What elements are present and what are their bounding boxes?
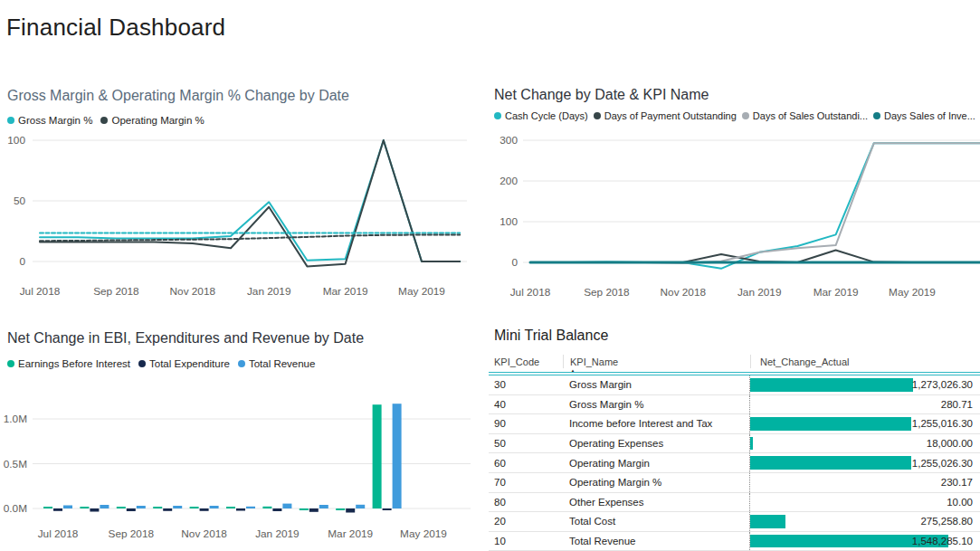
data-bar [750,515,785,528]
svg-text:May 2019: May 2019 [889,286,936,299]
net-change-cell: 230.17 [749,473,980,492]
net-change-value: 10.00 [947,497,973,508]
data-bar [750,456,911,470]
svg-text:1.0M: 1.0M [4,413,27,425]
kpi-code-cell: 30 [489,379,563,390]
net-change-value: 1,255,026.30 [912,458,973,469]
svg-text:50: 50 [14,195,26,207]
legend-label: Operating Margin % [111,115,204,126]
table-header-row: KPI_Code KPI_Name▲ Net_Change_Actual [489,352,980,371]
net-change-cell: 1,548,285.10 [749,532,980,551]
svg-text:Sep 2018: Sep 2018 [109,527,155,540]
chart-title-ebi-exp-rev: Net Change in EBI, Expenditures and Reve… [7,330,364,347]
kpi-code-cell: 60 [489,458,563,469]
data-bar [750,378,913,392]
svg-text:May 2019: May 2019 [400,527,447,540]
net-change-value: 275,258.80 [920,516,973,527]
svg-text:Mar 2019: Mar 2019 [328,527,373,540]
table-title: Mini Trial Balance [494,328,608,344]
net-change-kpi-line-chart[interactable]: 0100200300Jul 2018Sep 2018Nov 2018Jan 20… [489,127,980,312]
table-body: 30Gross Margin1,273,026.3040Gross Margin… [489,375,980,551]
table-row[interactable]: 90Income before Interest and Tax1,255,01… [489,414,980,434]
legend-label: Days of Sales Outstandi... [753,110,868,121]
net-change-cell: 280.71 [749,395,980,414]
table-row[interactable]: 70Operating Margin %230.17 [489,473,980,493]
legend-label: Days of Payment Outstanding [604,110,737,121]
svg-text:Sep 2018: Sep 2018 [584,286,630,299]
svg-text:0: 0 [511,256,518,269]
kpi-name-cell: Total Revenue [563,536,749,546]
chart-title-net-change-kpi: Net Change by Date & KPI Name [494,87,709,103]
table-row[interactable]: 60Operating Margin1,255,026.30 [489,453,980,473]
legend-margin-pct: Gross Margin %Operating Margin % [7,115,205,126]
table-row[interactable]: 40Gross Margin %280.71 [489,395,980,415]
svg-text:Jan 2019: Jan 2019 [247,285,291,298]
legend-item[interactable]: Total Revenue [238,358,316,369]
kpi-code-cell: 40 [489,399,563,410]
legend-label: Cash Cycle (Days) [505,110,588,121]
legend-dot-icon [742,112,749,119]
net-change-cell: 18,000.00 [749,434,980,453]
legend-ebi-exp-rev: Earnings Before InterestTotal Expenditur… [7,358,315,369]
net-change-value: 1,273,026.30 [912,379,973,390]
legend-label: Total Expenditure [149,358,230,369]
column-header-kpi-name[interactable]: KPI_Name▲ [564,355,751,368]
kpi-code-cell: 90 [489,418,563,429]
net-change-cell: 1,255,016.30 [749,414,980,433]
svg-text:Sep 2018: Sep 2018 [93,285,139,298]
kpi-name-cell: Other Expenses [563,497,749,508]
svg-text:0: 0 [19,255,25,268]
kpi-name-cell: Operating Expenses [563,438,749,449]
column-header-net-change-actual[interactable]: Net_Change_Actual [751,355,980,368]
table-row[interactable]: 10Total Revenue1,548,285.10 [489,532,980,551]
kpi-code-cell: 50 [489,438,563,449]
svg-text:100: 100 [7,134,25,147]
chart-title-margin-pct: Gross Margin & Operating Margin % Change… [7,88,349,104]
legend-item[interactable]: Earnings Before Interest [7,358,130,369]
data-bar [750,417,911,431]
legend-item[interactable]: Cash Cycle (Days) [494,110,588,121]
svg-text:Mar 2019: Mar 2019 [323,285,368,298]
kpi-code-cell: 10 [489,536,563,546]
svg-text:100: 100 [500,215,518,228]
svg-text:0.0M: 0.0M [4,502,27,515]
page-title: Financial Dashboard [6,14,225,42]
svg-text:May 2019: May 2019 [398,285,445,298]
svg-text:Mar 2019: Mar 2019 [813,286,859,299]
kpi-code-cell: 80 [489,497,563,508]
svg-text:0.5M: 0.5M [4,458,27,470]
gross-operating-margin-line-chart[interactable]: 050100Jul 2018Sep 2018Nov 2018Jan 2019Ma… [0,131,480,310]
table-row[interactable]: 30Gross Margin1,273,026.30 [489,375,980,395]
mini-trial-balance-table: Mini Trial Balance KPI_Code KPI_Name▲ Ne… [489,328,980,551]
table-row[interactable]: 50Operating Expenses18,000.00 [489,434,980,454]
legend-item[interactable]: Days Sales of Inve... [873,110,975,121]
legend-item[interactable]: Days of Payment Outstanding [594,110,737,121]
kpi-name-cell: Total Cost [563,516,749,527]
net-change-value: 18,000.00 [927,438,973,449]
legend-item[interactable]: Operating Margin % [100,115,204,126]
kpi-name-cell: Gross Margin % [563,399,749,410]
kpi-name-cell: Income before Interest and Tax [563,418,749,429]
net-change-cell: 275,258.80 [749,512,980,531]
net-change-cell: 1,273,026.30 [749,375,980,394]
legend-label: Days Sales of Inve... [884,110,975,121]
legend-dot-icon [873,112,880,119]
legend-label: Earnings Before Interest [18,358,130,369]
legend-label: Gross Margin % [18,115,92,126]
table-row[interactable]: 20Total Cost275,258.80 [489,512,980,532]
legend-item[interactable]: Gross Margin % [7,115,92,126]
kpi-code-cell: 20 [489,516,563,527]
kpi-name-cell: Gross Margin [563,379,749,390]
legend-dot-icon [100,117,108,124]
ebi-expenditure-revenue-bar-chart[interactable]: 0.0M0.5M1.0MJul 2018Sep 2018Nov 2018Jan … [0,378,480,550]
svg-text:Nov 2018: Nov 2018 [661,286,707,299]
column-header-kpi-code[interactable]: KPI_Code [489,355,564,368]
legend-item[interactable]: Total Expenditure [138,358,230,369]
legend-item[interactable]: Days of Sales Outstandi... [742,110,868,121]
net-change-value: 280.71 [941,399,973,410]
svg-text:Jul 2018: Jul 2018 [510,286,551,299]
table-row[interactable]: 80Other Expenses10.00 [489,493,980,513]
kpi-code-cell: 70 [489,477,563,488]
net-change-value: 230.17 [941,477,973,488]
kpi-name-cell: Operating Margin % [563,477,749,488]
